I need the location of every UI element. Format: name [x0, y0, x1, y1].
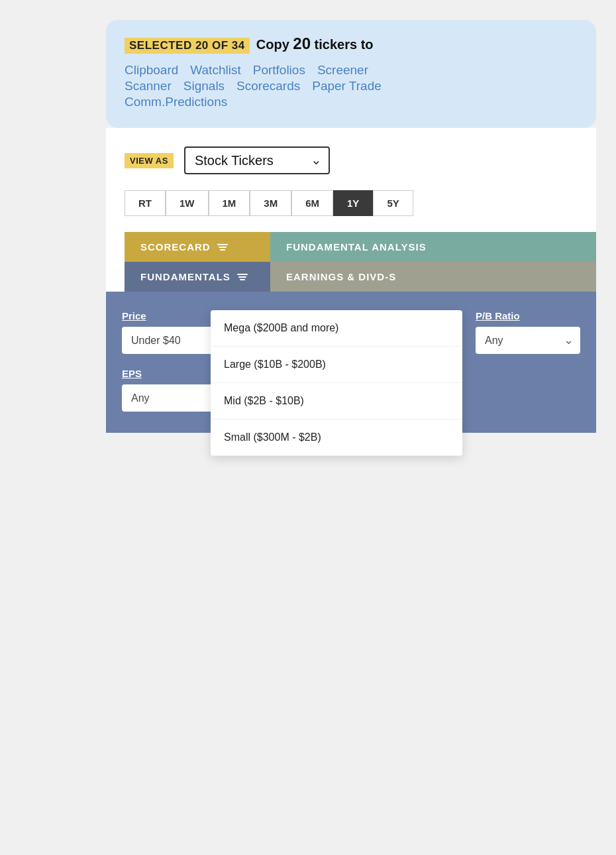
filter-panel: Price Under $40 Any Under $1 Under $5 Un… — [106, 292, 596, 433]
link-clipboard[interactable]: Clipboard — [125, 63, 178, 78]
copy-count: 20 — [293, 34, 311, 52]
tab-fundamentals[interactable]: FUNDAMENTALS — [125, 262, 270, 292]
tab-row-2: FUNDAMENTALS EARNINGS & DIVD-S — [125, 262, 596, 292]
pb-label[interactable]: P/B Ratio — [476, 310, 580, 321]
market-cap-dropdown: Mega ($200B and more) Large ($10B - $200… — [211, 310, 462, 456]
link-screener[interactable]: Screener — [317, 63, 368, 78]
link-row-2: Scanner Signals Scorecards Paper Trade — [125, 79, 578, 93]
link-comm-predictions[interactable]: Comm.Predictions — [125, 95, 227, 109]
tab-earnings-label: EARNINGS & DIVD-S — [286, 271, 396, 282]
tab-row-1: SCORECARD FUNDAMENTAL ANALYSIS — [125, 232, 596, 262]
scorecard-filter-icon — [217, 244, 228, 251]
link-watchlist[interactable]: Watchlist — [190, 63, 240, 78]
filter-market-cap-col: Market Cap Mega ($200B and more) Large (… — [358, 310, 462, 355]
link-signals[interactable]: Signals — [183, 79, 225, 93]
time-btn-1y[interactable]: 1Y — [333, 190, 373, 216]
tab-fundamental-analysis[interactable]: FUNDAMENTAL ANALYSIS — [270, 232, 596, 262]
link-scanner[interactable]: Scanner — [125, 79, 172, 93]
tab-scorecard-label: SCORECARD — [140, 241, 211, 253]
fundamentals-filter-icon — [237, 274, 248, 280]
selected-line: SELECTED 20 OF 34 Copy 20 tickers to — [125, 34, 578, 54]
view-as-label: VIEW AS — [125, 153, 174, 168]
time-btn-3m[interactable]: 3M — [250, 190, 291, 216]
time-btn-6m[interactable]: 6M — [291, 190, 333, 216]
link-portfolios[interactable]: Portfolios — [253, 63, 305, 78]
link-row-3: Comm.Predictions — [125, 95, 578, 109]
link-paper-trade[interactable]: Paper Trade — [312, 79, 382, 93]
time-row: RT 1W 1M 3M 6M 1Y 5Y — [106, 190, 596, 232]
dropdown-option-large[interactable]: Large ($10B - $200B) — [211, 347, 462, 383]
main-content: VIEW AS Stock Tickers Company Names ETF … — [106, 128, 596, 433]
link-row-1: Clipboard Watchlist Portfolios Screener — [125, 63, 578, 78]
view-as-select-wrapper: Stock Tickers Company Names ETF Names — [184, 146, 330, 174]
dropdown-option-mega[interactable]: Mega ($200B and more) — [211, 310, 462, 347]
time-btn-1m[interactable]: 1M — [209, 190, 250, 216]
top-panel: SELECTED 20 OF 34 Copy 20 tickers to Cli… — [106, 20, 596, 128]
time-btn-1w[interactable]: 1W — [166, 190, 209, 216]
view-as-row: VIEW AS Stock Tickers Company Names ETF … — [106, 146, 596, 190]
filter-pb-col: P/B Ratio Any — [476, 310, 580, 355]
pb-select[interactable]: Any — [476, 327, 580, 354]
tab-earnings[interactable]: EARNINGS & DIVD-S — [270, 262, 596, 292]
dropdown-option-mid[interactable]: Mid ($2B - $10B) — [211, 383, 462, 420]
link-scorecards[interactable]: Scorecards — [236, 79, 300, 93]
dropdown-list: Mega ($200B and more) Large ($10B - $200… — [211, 310, 462, 456]
view-as-select[interactable]: Stock Tickers Company Names ETF Names — [184, 146, 330, 174]
dropdown-option-small[interactable]: Small ($300M - $2B) — [211, 420, 462, 456]
time-btn-rt[interactable]: RT — [125, 190, 166, 216]
time-btn-5y[interactable]: 5Y — [373, 190, 413, 216]
tab-fundamentals-label: FUNDAMENTALS — [140, 271, 231, 282]
selected-badge: SELECTED 20 OF 34 — [125, 38, 250, 54]
filter-grid: Price Under $40 Any Under $1 Under $5 Un… — [122, 310, 580, 412]
pb-select-wrapper: Any — [476, 327, 580, 354]
tab-fundamental-label: FUNDAMENTAL ANALYSIS — [286, 241, 427, 253]
tab-scorecard[interactable]: SCORECARD — [125, 232, 270, 262]
copy-text: Copy 20 tickers to — [256, 34, 374, 53]
